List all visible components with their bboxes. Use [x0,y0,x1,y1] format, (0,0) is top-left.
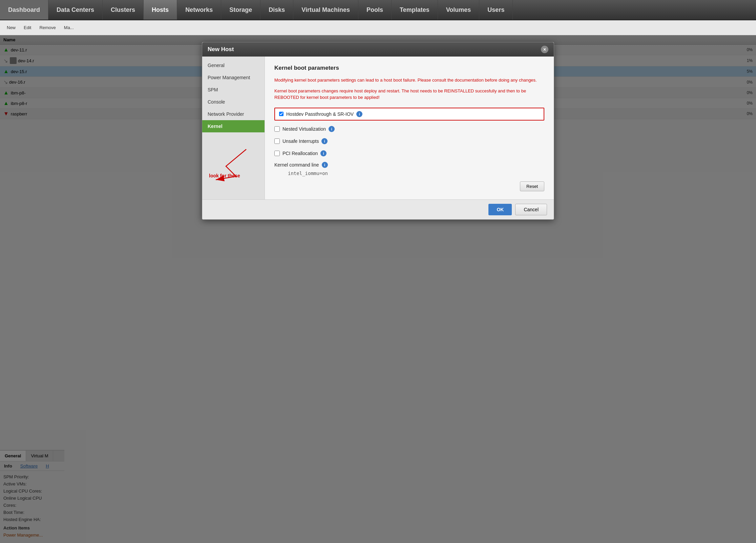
dialog-content: Kernel boot parameters Modifying kernel … [265,57,554,199]
dialog-title: New Host [208,46,234,53]
kernel-cmd-info-icon[interactable]: i [322,162,328,168]
content-title: Kernel boot parameters [274,65,544,71]
pci-reallocation-checkbox[interactable] [274,151,280,156]
annotation-arrow [206,146,273,187]
unsafe-interrupts-label: Unsafe Interrupts [282,138,319,144]
nav-disks[interactable]: Disks [260,0,293,20]
nav-datacenters[interactable]: Data Centers [48,0,103,20]
nav-hosts[interactable]: Hosts [144,0,177,20]
nav-pools[interactable]: Pools [358,0,392,20]
hostdev-label: Hostdev Passthrough & SR-IOV [286,111,354,117]
nav-users[interactable]: Users [479,0,513,20]
sidebar-item-network-provider[interactable]: Network Provider [202,108,265,120]
nav-dashboard[interactable]: Dashboard [0,0,48,20]
option-nested-virt-container: Nested Virtualization i [274,125,544,133]
nested-virt-label: Nested Virtualization [282,126,326,132]
sidebar-item-kernel[interactable]: Kernel [202,120,265,132]
more-button[interactable]: Ma... [61,24,77,31]
edit-button[interactable]: Edit [20,24,35,31]
option-pci-reallocation-container: PCI Reallocation i [274,150,544,157]
dialog-sidebar: General Power Management SPM Console Net… [202,57,265,199]
hostdev-checkbox[interactable] [279,112,284,116]
ok-button[interactable]: OK [488,204,512,215]
top-navigation: Dashboard Data Centers Clusters Hosts Ne… [0,0,756,20]
dialog-body: General Power Management SPM Console Net… [202,57,554,199]
toolbar: New Edit Remove Ma... [0,20,756,35]
sidebar-item-console[interactable]: Console [202,96,265,108]
new-host-dialog: New Host × General Power Management SPM … [202,42,554,220]
option-hostdev-container: Hostdev Passthrough & SR-IOV i [274,108,544,121]
remove-button[interactable]: Remove [36,24,59,31]
nav-clusters[interactable]: Clusters [103,0,144,20]
nested-virt-info-icon[interactable]: i [329,126,335,132]
nav-templates[interactable]: Templates [392,0,438,20]
new-button[interactable]: New [3,24,19,31]
sidebar-item-spm[interactable]: SPM [202,84,265,96]
dialog-footer: OK Cancel [202,199,554,219]
pci-reallocation-info-icon[interactable]: i [320,150,327,156]
annotation-text: look for these [209,173,240,178]
nav-storage[interactable]: Storage [221,0,260,20]
nav-networks[interactable]: Networks [177,0,221,20]
sidebar-item-power-management[interactable]: Power Management [202,71,265,84]
close-button[interactable]: × [541,46,548,53]
hostdev-info-icon[interactable]: i [356,111,362,117]
option-unsafe-interrupts-container: Unsafe Interrupts i [274,137,544,145]
nav-volumes[interactable]: Volumes [438,0,480,20]
sidebar-item-general[interactable]: General [202,59,265,71]
nav-vms[interactable]: Virtual Machines [293,0,358,20]
dialog-overlay: New Host × General Power Management SPM … [0,35,756,543]
unsafe-interrupts-info-icon[interactable]: i [321,138,328,144]
dialog-header: New Host × [202,42,554,57]
warning-text-1: Modifying kernel boot parameters setting… [274,77,544,84]
main-area: Name ▲ dev-11.r 0% ↘ dev-14.r 1% ▲ dev-1… [0,35,756,543]
nested-virt-checkbox[interactable] [274,126,280,132]
reset-button[interactable]: Reset [520,181,544,191]
cancel-button[interactable]: Cancel [515,204,547,215]
pci-reallocation-label: PCI Reallocation [282,151,318,156]
unsafe-interrupts-checkbox[interactable] [274,138,280,144]
kernel-cmd-value: intel_iommu=on [288,171,544,176]
warning-text-2: Kernel boot parameters changes require h… [274,88,544,101]
kernel-cmd-label: Kernel command line i [274,162,544,168]
